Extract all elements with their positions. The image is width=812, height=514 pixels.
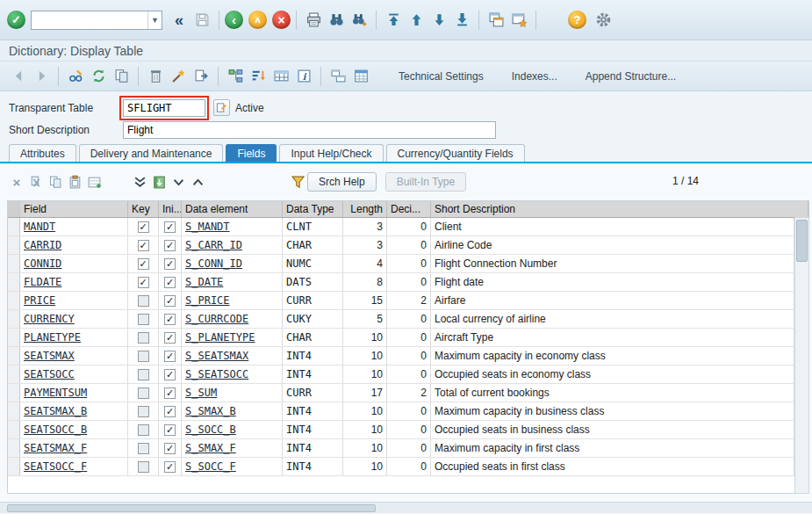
tab-input-help-check[interactable]: Input Help/Check bbox=[279, 144, 383, 162]
key-checkbox[interactable] bbox=[138, 406, 149, 417]
row-selector[interactable] bbox=[8, 366, 20, 383]
field-link[interactable]: MANDT bbox=[24, 221, 55, 233]
collapse-command-icon[interactable]: « bbox=[168, 9, 190, 32]
last-page-icon[interactable] bbox=[450, 9, 473, 32]
table-row[interactable]: CONNID✓✓S_CONN_IDNUMC40Flight Connection… bbox=[8, 255, 808, 273]
activate-icon[interactable] bbox=[167, 65, 190, 88]
data-element-link[interactable]: S_SEATSMAX bbox=[185, 350, 248, 362]
row-selector[interactable] bbox=[8, 329, 20, 346]
key-checkbox[interactable] bbox=[138, 387, 149, 399]
forward-icon[interactable] bbox=[30, 65, 53, 88]
initial-value-checkbox[interactable]: ✓ bbox=[164, 351, 176, 362]
table-row[interactable]: SEATSOCC_B✓S_SOCC_BINT4100Occupied seats… bbox=[8, 421, 808, 439]
row-selector[interactable] bbox=[8, 292, 20, 309]
data-browser-icon[interactable] bbox=[349, 65, 372, 88]
key-checkbox[interactable] bbox=[138, 314, 149, 325]
initial-value-checkbox[interactable]: ✓ bbox=[164, 369, 176, 380]
object-list-icon[interactable] bbox=[224, 65, 247, 88]
row-selector[interactable] bbox=[8, 439, 20, 457]
data-element-link[interactable]: S_SMAX_F bbox=[185, 442, 236, 454]
display-change-icon[interactable] bbox=[64, 65, 87, 88]
header-field[interactable]: Field bbox=[20, 201, 128, 217]
vertical-scrollbar-thumb[interactable] bbox=[796, 220, 808, 262]
field-link[interactable]: PAYMENTSUM bbox=[24, 387, 87, 399]
info-icon[interactable]: i bbox=[292, 65, 315, 88]
key-checkbox[interactable] bbox=[138, 369, 149, 380]
field-link[interactable]: CURRENCY bbox=[24, 313, 75, 325]
horizontal-scrollbar-thumb[interactable] bbox=[7, 504, 376, 512]
copy-icon[interactable] bbox=[110, 65, 133, 88]
header-data-element[interactable]: Data element bbox=[182, 201, 283, 217]
table-row[interactable]: SEATSMAX✓S_SEATSMAXINT4100Maximum capaci… bbox=[8, 347, 808, 366]
customize-layout-icon[interactable] bbox=[592, 9, 614, 32]
key-checkbox[interactable] bbox=[138, 351, 149, 362]
exit-icon[interactable]: ∧ bbox=[248, 11, 267, 29]
header-data-type[interactable]: Data Type bbox=[283, 201, 343, 217]
key-checkbox[interactable] bbox=[138, 443, 149, 454]
data-element-link[interactable]: S_SOCC_B bbox=[185, 424, 236, 436]
copy-rows-icon[interactable] bbox=[46, 172, 65, 192]
data-element-link[interactable]: S_MANDT bbox=[185, 221, 230, 233]
field-link[interactable]: CARRID bbox=[24, 239, 61, 251]
new-session-icon[interactable] bbox=[485, 9, 507, 32]
previous-page-icon[interactable] bbox=[405, 9, 428, 32]
create-shortcut-icon[interactable] bbox=[507, 9, 530, 32]
insert-block-icon[interactable] bbox=[149, 172, 169, 192]
initial-value-checkbox[interactable]: ✓ bbox=[164, 221, 176, 233]
data-element-link[interactable]: S_SOCC_F bbox=[185, 460, 236, 473]
tab-currency-quantity-fields[interactable]: Currency/Quantity Fields bbox=[386, 144, 525, 162]
field-link[interactable]: PLANETYPE bbox=[24, 331, 81, 344]
key-checkbox[interactable]: ✓ bbox=[138, 277, 149, 288]
initial-value-checkbox[interactable]: ✓ bbox=[164, 424, 176, 436]
data-element-link[interactable]: S_DATE bbox=[185, 276, 223, 288]
row-selector[interactable] bbox=[8, 236, 20, 254]
key-checkbox[interactable] bbox=[138, 424, 149, 436]
back-icon[interactable]: ‹ bbox=[225, 11, 243, 29]
table-row[interactable]: PAYMENTSUM✓S_SUMCURR172Total of current … bbox=[8, 384, 808, 402]
command-dropdown-icon[interactable]: ▼ bbox=[147, 11, 162, 29]
where-used-icon[interactable] bbox=[190, 65, 212, 88]
cancel-icon[interactable]: × bbox=[272, 11, 291, 29]
table-row[interactable]: PRICE✓S_PRICECURR152Airfare bbox=[8, 292, 808, 310]
data-element-link[interactable]: S_CURRCODE bbox=[185, 313, 248, 325]
field-link[interactable]: FLDATE bbox=[24, 276, 61, 288]
field-link[interactable]: SEATSMAX bbox=[24, 350, 75, 362]
initial-value-checkbox[interactable]: ✓ bbox=[164, 314, 176, 325]
table-contents-icon[interactable] bbox=[269, 65, 292, 88]
row-selector[interactable] bbox=[8, 458, 20, 475]
command-input[interactable] bbox=[32, 12, 147, 28]
filter-icon[interactable] bbox=[288, 172, 307, 192]
initial-value-checkbox[interactable]: ✓ bbox=[164, 387, 176, 399]
key-checkbox[interactable]: ✓ bbox=[138, 258, 149, 270]
field-link[interactable]: CONNID bbox=[24, 257, 61, 270]
insert-row-icon[interactable] bbox=[84, 172, 104, 192]
key-checkbox[interactable]: ✓ bbox=[138, 221, 149, 233]
field-link[interactable]: PRICE bbox=[24, 294, 55, 307]
command-field[interactable]: ▼ bbox=[31, 11, 162, 30]
field-link[interactable]: SEATSOCC_B bbox=[24, 424, 87, 436]
move-down-icon[interactable] bbox=[169, 172, 188, 192]
header-selector-cell[interactable] bbox=[8, 201, 20, 217]
indexes-button[interactable]: Indexes... bbox=[503, 66, 566, 87]
back-icon[interactable] bbox=[7, 65, 30, 88]
data-element-link[interactable]: S_SUM bbox=[185, 387, 217, 399]
data-element-link[interactable]: S_CARR_ID bbox=[185, 239, 242, 251]
tab-fields[interactable]: Fields bbox=[226, 144, 277, 162]
data-element-link[interactable]: S_CONN_ID bbox=[185, 257, 242, 270]
table-row[interactable]: CURRENCY✓S_CURRCODECUKY50Local currency … bbox=[8, 310, 808, 329]
help-icon[interactable]: ? bbox=[568, 11, 586, 29]
initial-value-checkbox[interactable]: ✓ bbox=[164, 406, 176, 417]
display-object-icon[interactable] bbox=[213, 99, 230, 116]
table-row[interactable]: FLDATE✓✓S_DATEDATS80Flight date bbox=[8, 273, 808, 292]
cut-rows-icon[interactable] bbox=[26, 172, 46, 192]
data-element-link[interactable]: S_SEATSOCC bbox=[185, 368, 248, 380]
table-row[interactable]: SEATSOCC_F✓S_SOCC_FINT4100Occupied seats… bbox=[8, 458, 808, 476]
header-decimals[interactable]: Deci... bbox=[387, 201, 431, 217]
row-selector[interactable] bbox=[8, 421, 20, 438]
data-element-link[interactable]: S_PRICE bbox=[185, 294, 230, 307]
key-checkbox[interactable]: ✓ bbox=[138, 240, 149, 251]
header-short-description[interactable]: Short Description bbox=[431, 201, 808, 217]
initial-value-checkbox[interactable]: ✓ bbox=[164, 258, 176, 270]
row-selector[interactable] bbox=[8, 255, 20, 272]
initial-value-checkbox[interactable]: ✓ bbox=[164, 240, 176, 251]
